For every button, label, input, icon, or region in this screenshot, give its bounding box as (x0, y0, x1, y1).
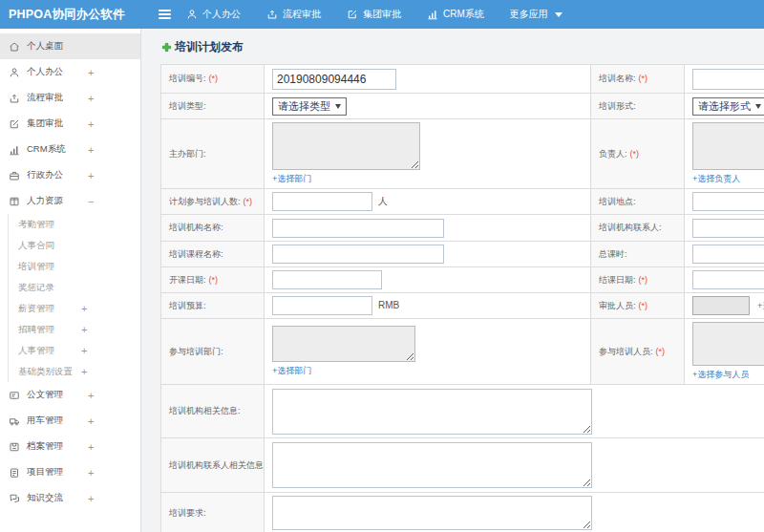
form-row: 培训预算: RMB 审批人员:(*) +选择审批人员 (161, 293, 764, 319)
sidebar-item-admin-office[interactable]: 行政办公 + (0, 162, 140, 188)
sidebar-item-hr-contract[interactable]: 人事合同 (9, 235, 140, 256)
unit-label: RMB (378, 300, 399, 310)
sidebar-item-project-mgmt[interactable]: 项目管理 + (0, 459, 140, 485)
total-hours-input[interactable] (692, 245, 764, 264)
expand-icon[interactable]: + (88, 493, 94, 504)
course-name-input[interactable] (272, 245, 444, 264)
expand-icon[interactable]: + (88, 118, 94, 130)
org-contact-input[interactable] (692, 219, 764, 238)
required-marker: (*) (639, 301, 648, 310)
sidebar-item-official-doc-mgmt[interactable]: 公文管理 + (0, 382, 140, 408)
field-label: 培训名称: (599, 74, 636, 83)
sidebar-item-label: 人事管理 (18, 345, 54, 357)
top-menu-workflow-approval[interactable]: 流程审批 (266, 8, 321, 21)
form-row: 计划参与培训人数:(*) 人 培训地点: (161, 189, 764, 215)
field-label: 开课日期: (169, 275, 206, 285)
expand-icon[interactable]: + (88, 67, 94, 78)
select-participants-link[interactable]: +选择参与人员 (692, 369, 749, 381)
join-people-textarea[interactable] (692, 322, 764, 366)
train-no-input[interactable] (272, 69, 396, 90)
sidebar-item-label: 招聘管理 (18, 324, 54, 336)
requirements-textarea[interactable] (272, 496, 592, 530)
sidebar-item-salary-mgmt[interactable]: 薪资管理 + (9, 298, 140, 319)
top-bar: PHPOA协同办公软件 个人办公 流程审批 集团审批 CRM系统 更多应用 (0, 0, 764, 29)
org-info-textarea[interactable] (272, 389, 592, 435)
field-label: 主办部门: (169, 149, 206, 159)
sidebar-item-group-approval[interactable]: 集团审批 + (0, 111, 140, 137)
sidebar-item-personal-desktop[interactable]: 个人桌面 (0, 33, 140, 59)
expand-icon[interactable]: + (88, 93, 94, 104)
select-approver-link[interactable]: +选择审批人员 (757, 301, 764, 310)
expand-icon[interactable]: + (88, 390, 94, 401)
leader-textarea[interactable] (692, 122, 764, 170)
sidebar-item-hr[interactable]: 人力资源 − (0, 188, 140, 214)
expand-icon[interactable]: + (88, 170, 94, 181)
sidebar-item-workflow-approval[interactable]: 流程审批 + (0, 85, 140, 111)
top-menu-more-apps[interactable]: 更多应用 (510, 8, 562, 21)
field-label: 参与培训人员: (599, 347, 653, 356)
expand-icon[interactable]: + (88, 415, 94, 427)
sidebar-item-archive-mgmt[interactable]: 档案管理 + (0, 434, 140, 459)
page-title-text: 培训计划发布 (175, 39, 244, 55)
field-label: 培训编号: (169, 74, 206, 83)
sidebar-item-label: 薪资管理 (18, 303, 54, 315)
org-contact-info-textarea[interactable] (272, 442, 592, 488)
sidebar-item-label: 流程审批 (27, 92, 63, 104)
compose-icon (347, 9, 358, 20)
plus-icon (161, 42, 172, 53)
budget-input[interactable] (272, 296, 372, 315)
field-label: 培训预算: (169, 301, 206, 310)
collapse-icon[interactable]: − (88, 196, 94, 207)
expand-icon[interactable]: + (88, 144, 94, 156)
expand-icon[interactable]: + (81, 303, 87, 314)
select-leader-link[interactable]: +选择负责人 (692, 173, 740, 185)
sidebar-item-base-category-settings[interactable]: 基础类别设置 + (9, 361, 140, 382)
field-label: 审批人员: (599, 301, 636, 310)
sidebar-item-label: 知识交流 (27, 492, 63, 504)
sidebar-item-personal-office[interactable]: 个人办公 + (0, 59, 140, 85)
join-dept-textarea[interactable] (272, 326, 415, 362)
expand-icon[interactable]: + (81, 366, 87, 377)
top-menu-personal-office[interactable]: 个人办公 (186, 8, 241, 21)
top-menu-crm[interactable]: CRM系统 (427, 8, 484, 21)
train-type-select[interactable]: 请选择类型 (272, 97, 347, 116)
expand-icon[interactable]: + (88, 467, 94, 479)
expand-icon[interactable]: + (81, 324, 87, 335)
field-label: 培训形式: (599, 101, 636, 111)
select-value: 请选择形式 (698, 99, 751, 114)
sidebar-item-label: 考勤管理 (18, 219, 54, 231)
top-menu: 个人办公 流程审批 集团审批 CRM系统 更多应用 (186, 8, 562, 21)
host-dept-textarea[interactable] (272, 122, 420, 170)
select-dept-link[interactable]: +选择部门 (272, 365, 311, 377)
sidebar-item-crm[interactable]: CRM系统 + (0, 137, 140, 162)
approver-input[interactable] (692, 296, 750, 315)
compose-icon (9, 118, 20, 130)
sidebar-item-training-mgmt[interactable]: 培训管理 (9, 256, 140, 277)
org-name-input[interactable] (272, 219, 444, 238)
sidebar-item-reward-records[interactable]: 奖惩记录 (9, 277, 140, 298)
hamburger-icon[interactable] (148, 10, 180, 19)
top-menu-group-approval[interactable]: 集团审批 (347, 8, 401, 21)
planned-count-input[interactable] (272, 192, 372, 211)
location-input[interactable] (692, 192, 764, 211)
train-name-input[interactable] (692, 69, 764, 90)
expand-icon[interactable]: + (81, 345, 87, 356)
top-menu-label: 流程审批 (283, 8, 321, 21)
end-date-input[interactable] (692, 270, 764, 289)
expand-icon[interactable]: + (88, 441, 94, 453)
start-date-input[interactable] (272, 270, 382, 289)
top-menu-label: CRM系统 (443, 8, 484, 21)
user-icon (186, 9, 198, 20)
sidebar-item-recruit-mgmt[interactable]: 招聘管理 + (9, 319, 140, 340)
sidebar-item-personnel-mgmt[interactable]: 人事管理 + (9, 340, 140, 361)
sidebar-item-attendance-mgmt[interactable]: 考勤管理 (9, 214, 140, 235)
field-label: 总课时: (599, 249, 627, 259)
train-form-select[interactable]: 请选择形式 (692, 97, 764, 116)
select-dept-link[interactable]: +选择部门 (272, 173, 311, 185)
sidebar-item-knowledge-exchange[interactable]: 知识交流 + (0, 485, 140, 511)
required-marker: (*) (630, 149, 640, 159)
field-label: 培训类型: (169, 101, 206, 111)
required-marker: (*) (656, 347, 666, 356)
sidebar-item-vehicle-mgmt[interactable]: 用车管理 + (0, 408, 140, 434)
sidebar-item-label: 人事合同 (18, 240, 54, 252)
